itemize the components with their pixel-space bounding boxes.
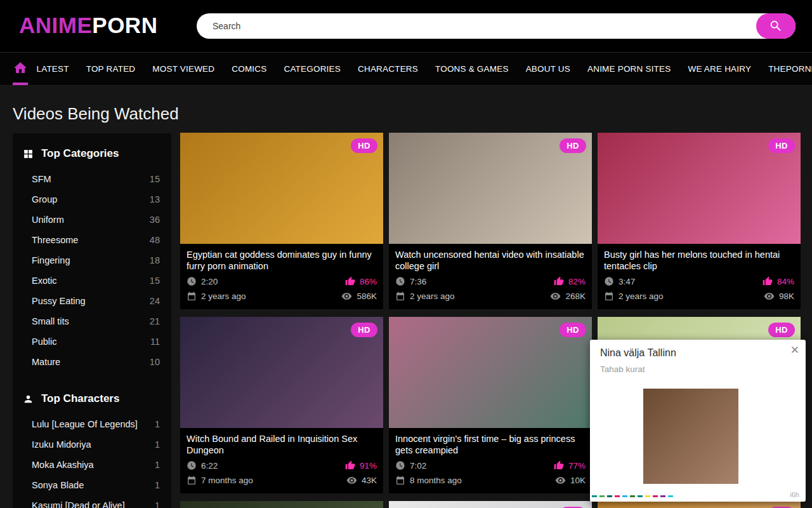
- close-icon[interactable]: ✕: [790, 344, 799, 357]
- video-card[interactable]: HD: [389, 501, 592, 508]
- category-item[interactable]: SFM15: [13, 169, 171, 189]
- video-card[interactable]: HD Busty girl has her melons touched in …: [598, 133, 801, 309]
- logo-part2: PORN: [92, 13, 157, 37]
- video-meta: Watch uncensored hentai video with insat…: [389, 244, 592, 309]
- category-item[interactable]: Public11: [13, 331, 171, 352]
- video-age: 2 years ago: [619, 291, 664, 301]
- thumbs-up-icon: [554, 276, 564, 286]
- video-card[interactable]: HD Innocent virgin’s first time – big as…: [389, 317, 592, 493]
- video-meta: Busty girl has her melons touched in hen…: [598, 244, 801, 309]
- calendar-icon: [187, 291, 197, 302]
- video-title[interactable]: Busty girl has her melons touched in hen…: [604, 249, 794, 272]
- video-meta: Egyptian cat goddess dominates guy in fu…: [180, 244, 383, 309]
- video-thumbnail[interactable]: HD: [389, 133, 592, 244]
- thumbs-up-icon: [763, 276, 773, 286]
- category-item[interactable]: Mature10: [13, 352, 171, 372]
- search-input[interactable]: [197, 13, 742, 39]
- video-likes: 86%: [360, 277, 377, 286]
- search-icon: [769, 19, 783, 33]
- nav-item-about-us[interactable]: ABOUT US: [517, 53, 579, 85]
- top-categories-title: Top Categories: [41, 147, 119, 160]
- nav-item-anime-porn-sites[interactable]: ANIME PORN SITES: [579, 53, 679, 85]
- video-duration: 6:22: [201, 461, 218, 471]
- character-item[interactable]: Lulu [League Of Legends]1: [13, 414, 171, 434]
- category-item[interactable]: Fingering18: [13, 250, 171, 271]
- video-card[interactable]: HD: [598, 501, 801, 508]
- video-views: 268K: [565, 291, 586, 301]
- video-duration: 3:47: [619, 277, 635, 286]
- hd-badge: HD: [768, 138, 795, 153]
- video-title[interactable]: Watch uncensored hentai video with insat…: [395, 249, 586, 272]
- logo-part1: ANIME: [19, 13, 92, 37]
- calendar-icon: [395, 291, 405, 302]
- hd-badge: HD: [768, 323, 795, 337]
- video-likes: 84%: [777, 277, 794, 286]
- eye-icon: [555, 475, 566, 486]
- nav-item-toons-games[interactable]: TOONS & GAMES: [427, 53, 518, 85]
- character-item[interactable]: Kasumi [Dead or Alive]1: [13, 495, 171, 508]
- clock-icon: [604, 276, 614, 286]
- character-item[interactable]: Sonya Blade1: [13, 475, 171, 495]
- category-item[interactable]: Uniform36: [13, 210, 171, 230]
- video-thumbnail[interactable]: HD: [598, 501, 801, 508]
- top-characters-title: Top Characters: [41, 392, 119, 405]
- page-title: Videos Being Watched: [13, 104, 179, 124]
- nav-item-top-rated[interactable]: TOP RATED: [77, 53, 144, 85]
- clock-icon: [395, 276, 405, 286]
- eye-icon: [341, 291, 352, 302]
- nav-item-categories[interactable]: CATEGORIES: [275, 53, 350, 85]
- nav-item-latest[interactable]: LATEST: [28, 53, 77, 85]
- video-card[interactable]: HD Egyptian cat goddess dominates guy in…: [180, 133, 383, 309]
- video-card[interactable]: HD Witch Bound and Railed in Inquisition…: [180, 317, 383, 493]
- thumbs-up-icon: [345, 276, 355, 286]
- category-item[interactable]: Threesome48: [13, 230, 171, 250]
- site-logo[interactable]: ANIMEPORN: [19, 13, 157, 38]
- search-bar: [197, 13, 796, 39]
- video-title[interactable]: Witch Bound and Railed in Inquisition Se…: [187, 433, 377, 456]
- video-thumbnail[interactable]: HD: [389, 317, 592, 428]
- video-thumbnail[interactable]: HD: [389, 501, 592, 508]
- hd-badge: HD: [560, 323, 586, 337]
- character-item[interactable]: Izuku Midoriya1: [13, 434, 171, 455]
- nav-item-characters[interactable]: CHARACTERS: [349, 53, 426, 85]
- video-card[interactable]: [180, 501, 383, 508]
- video-card[interactable]: HD Watch uncensored hentai video with in…: [389, 133, 592, 309]
- popup-ad: Nina välja Tallinn Tahab kurat ✕ i6h: [590, 340, 806, 502]
- video-duration: 7:02: [410, 461, 426, 471]
- video-title[interactable]: Egyptian cat goddess dominates guy in fu…: [187, 249, 377, 272]
- eye-icon: [550, 291, 561, 302]
- category-item[interactable]: Exotic15: [13, 271, 171, 291]
- search-button[interactable]: [756, 13, 796, 39]
- video-title[interactable]: Innocent virgin’s first time – big ass p…: [395, 433, 586, 456]
- character-item[interactable]: Moka Akashiya1: [13, 455, 171, 475]
- video-thumbnail[interactable]: HD: [598, 133, 801, 244]
- calendar-icon: [187, 476, 197, 486]
- popup-ad-markers: [592, 495, 673, 497]
- calendar-icon: [604, 291, 614, 302]
- popup-ad-image[interactable]: [643, 389, 738, 484]
- sidebar: Top Categories SFM15 Group13 Uniform36 T…: [13, 133, 171, 508]
- nav-item-theporndude[interactable]: THEPORNDUDE: [760, 53, 812, 85]
- calendar-icon: [395, 476, 405, 486]
- thumbs-up-icon: [345, 460, 355, 471]
- category-item[interactable]: Pussy Eating24: [13, 291, 171, 311]
- hd-badge: HD: [351, 323, 377, 337]
- nav-item-comics[interactable]: COMICS: [223, 53, 275, 85]
- clock-icon: [395, 460, 405, 471]
- nav-item-most-viewed[interactable]: MOST VIEWED: [144, 53, 223, 85]
- video-likes: 82%: [568, 277, 586, 286]
- page: ANIMEPORN LATEST TOP RATED MOST VIEWED C…: [0, 0, 812, 508]
- category-item[interactable]: Small tits21: [13, 311, 171, 331]
- video-thumbnail[interactable]: HD: [180, 317, 383, 428]
- video-age: 7 months ago: [201, 476, 253, 485]
- video-views: 10K: [570, 476, 586, 485]
- video-thumbnail[interactable]: [180, 501, 383, 508]
- clock-icon: [187, 276, 197, 286]
- video-age: 8 months ago: [410, 476, 462, 485]
- top-categories-header: Top Categories: [13, 133, 171, 169]
- nav-item-we-are-hairy[interactable]: WE ARE HAIRY: [679, 53, 760, 85]
- video-thumbnail[interactable]: HD: [180, 133, 383, 244]
- category-item[interactable]: Group13: [13, 189, 171, 210]
- nav-home[interactable]: [13, 53, 28, 85]
- home-icon: [13, 60, 28, 76]
